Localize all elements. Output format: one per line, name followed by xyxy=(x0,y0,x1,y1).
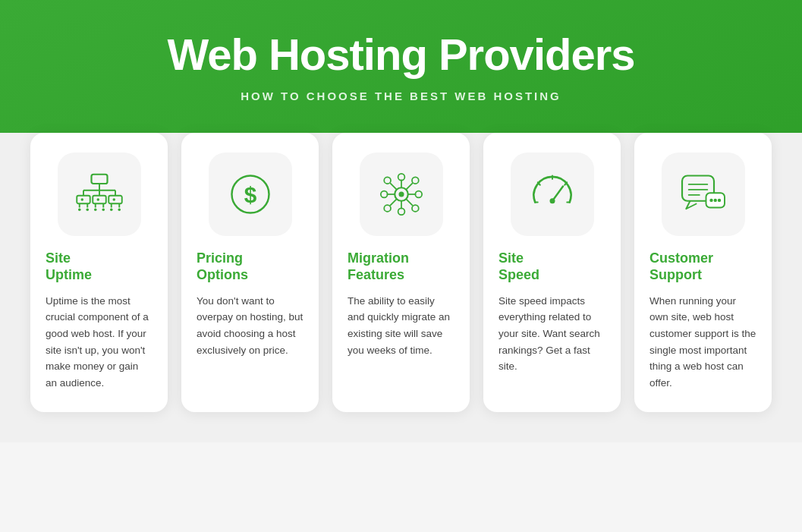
svg-point-35 xyxy=(415,190,422,197)
svg-point-29 xyxy=(398,174,404,181)
card-desc-speed: Site speed impacts everything related to… xyxy=(498,293,605,375)
svg-line-49 xyxy=(552,186,563,200)
card-desc-support: When running your own site, web host cus… xyxy=(649,293,756,392)
card-pricing-options: $ PricingOptions You don't want to overp… xyxy=(181,133,319,413)
svg-point-23 xyxy=(118,208,121,211)
svg-point-21 xyxy=(102,208,105,211)
svg-point-20 xyxy=(94,208,97,211)
dollar-circle-icon: $ xyxy=(209,153,292,236)
svg-point-37 xyxy=(384,177,391,184)
speed-svg xyxy=(526,168,579,221)
card-site-speed: SiteSpeed Site speed impacts everything … xyxy=(483,133,621,413)
svg-point-33 xyxy=(380,190,387,197)
migration-svg xyxy=(375,168,428,221)
svg-point-27 xyxy=(398,191,404,197)
cards-section: SiteUptime Uptime is the most crucial co… xyxy=(0,133,802,443)
svg-point-57 xyxy=(713,198,716,201)
card-icon-wrapper-2: $ xyxy=(197,153,304,236)
card-desc-pricing: You don't want to overpay on hosting, bu… xyxy=(197,293,304,358)
card-title-site-uptime: SiteUptime xyxy=(46,250,92,284)
pricing-svg: $ xyxy=(224,168,277,221)
card-icon-wrapper xyxy=(46,153,153,236)
card-site-uptime: SiteUptime Uptime is the most crucial co… xyxy=(30,133,168,413)
card-icon-wrapper-3 xyxy=(348,153,454,236)
site-uptime-svg xyxy=(73,168,126,221)
speedometer-icon xyxy=(511,153,594,236)
settings-network-icon xyxy=(360,153,443,236)
svg-point-39 xyxy=(412,177,419,184)
svg-point-11 xyxy=(112,198,115,201)
support-svg xyxy=(677,168,730,221)
card-icon-wrapper-4 xyxy=(498,153,605,236)
svg-point-41 xyxy=(384,205,391,212)
card-title-pricing: PricingOptions xyxy=(197,250,248,284)
server-network-icon xyxy=(58,153,141,236)
svg-point-10 xyxy=(96,198,99,201)
svg-point-43 xyxy=(412,205,419,212)
svg-line-38 xyxy=(406,183,413,190)
page-title: Web Hosting Providers xyxy=(15,30,787,79)
card-icon-wrapper-5 xyxy=(649,153,756,236)
card-desc-migration: The ability to easily and quickly migrat… xyxy=(348,293,454,358)
svg-rect-0 xyxy=(91,175,107,184)
svg-point-18 xyxy=(78,208,81,211)
svg-point-31 xyxy=(398,208,404,215)
svg-point-9 xyxy=(80,198,83,201)
chat-support-icon xyxy=(662,153,745,236)
svg-point-22 xyxy=(110,208,113,211)
card-title-speed: SiteSpeed xyxy=(498,250,539,284)
card-title-migration: MigrationFeatures xyxy=(348,250,409,284)
svg-point-58 xyxy=(717,198,720,201)
svg-point-50 xyxy=(549,198,555,203)
svg-point-56 xyxy=(709,198,712,201)
card-desc-site-uptime: Uptime is the most crucial component of … xyxy=(46,293,153,392)
svg-line-42 xyxy=(406,199,413,206)
page-wrapper: Web Hosting Providers HOW TO CHOOSE THE … xyxy=(0,0,802,532)
card-customer-support: CustomerSupport When running your own si… xyxy=(634,133,772,413)
page-subtitle: HOW TO CHOOSE THE BEST WEB HOSTING xyxy=(15,90,787,102)
svg-point-19 xyxy=(86,208,89,211)
card-title-support: CustomerSupport xyxy=(649,250,713,284)
svg-line-40 xyxy=(390,199,397,206)
card-migration-features: MigrationFeatures The ability to easily … xyxy=(332,133,470,413)
svg-line-36 xyxy=(390,183,397,190)
svg-text:$: $ xyxy=(244,181,256,206)
